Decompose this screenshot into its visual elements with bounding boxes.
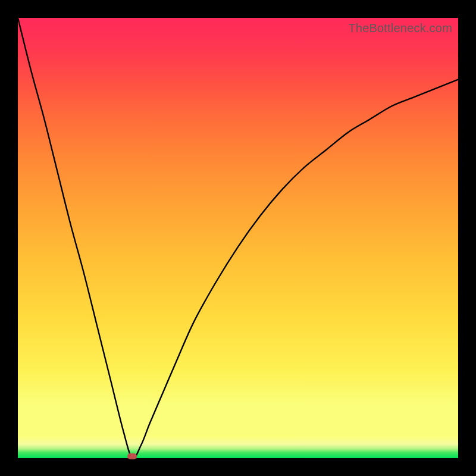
chart-frame: TheBottleneck.com bbox=[0, 0, 476, 476]
minimum-marker bbox=[127, 453, 137, 459]
curve-svg bbox=[18, 18, 458, 458]
bottleneck-curve-path bbox=[18, 18, 458, 459]
plot-area: TheBottleneck.com bbox=[18, 18, 458, 458]
